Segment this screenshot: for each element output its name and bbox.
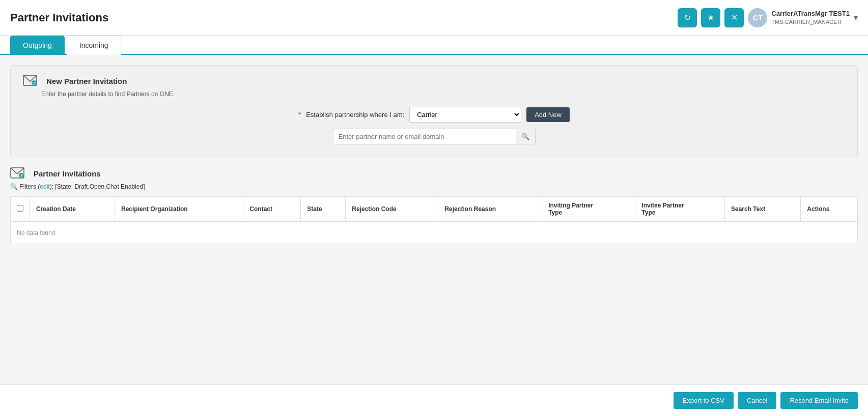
svg-text:↺: ↺ bbox=[32, 81, 36, 86]
select-all-checkbox[interactable] bbox=[17, 205, 23, 212]
card-title: New Partner Invitation bbox=[46, 77, 127, 85]
checkbox-header bbox=[11, 197, 30, 222]
envelope-icon: ↺ bbox=[23, 75, 37, 87]
col-search-text: Search Text bbox=[725, 197, 801, 222]
user-role: TMS.CARRIER_MANAGER bbox=[771, 18, 850, 25]
refresh-icon: ↻ bbox=[684, 13, 691, 22]
partner-search-input[interactable] bbox=[333, 129, 516, 144]
section-header: ↺ Partner Invitations bbox=[10, 167, 858, 180]
card-subtitle: Enter the partner details to find Partne… bbox=[41, 91, 845, 98]
star-icon: ★ bbox=[707, 13, 714, 22]
header: Partner Invitations ↻ ★ ✕ CT CarrierATra… bbox=[0, 0, 868, 36]
partner-invitations-section: ↺ Partner Invitations 🔍 Filters (edit): … bbox=[10, 167, 858, 244]
search-icon: 🔍 bbox=[521, 133, 530, 140]
table-header-row: Creation Date Recipient Organization Con… bbox=[11, 197, 857, 222]
user-info: CarrierATransMgr TEST1 TMS.CARRIER_MANAG… bbox=[771, 10, 850, 25]
avatar: CT bbox=[748, 8, 767, 27]
tab-incoming[interactable]: Incoming bbox=[67, 36, 121, 55]
partnership-type-select[interactable]: Carrier bbox=[409, 107, 521, 123]
main-content: ↺ New Partner Invitation Enter the partn… bbox=[0, 55, 868, 254]
invitations-table: Creation Date Recipient Organization Con… bbox=[11, 197, 857, 244]
section-title: Partner Invitations bbox=[34, 169, 101, 178]
filters-row: 🔍 Filters (edit): [State: Draft,Open,Cha… bbox=[10, 183, 858, 190]
col-rejection-code: Rejection Code bbox=[346, 197, 438, 222]
establish-label: Establish partnership where I am: bbox=[306, 111, 404, 118]
col-creation-date: Creation Date bbox=[30, 197, 115, 222]
tab-bar: Outgoing Incoming bbox=[0, 36, 868, 55]
chevron-down-icon[interactable]: ▾ bbox=[854, 13, 858, 22]
close-button[interactable]: ✕ bbox=[724, 8, 744, 27]
filters-edit-link[interactable]: edit bbox=[40, 183, 49, 190]
col-rejection-reason: Rejection Reason bbox=[438, 197, 542, 222]
new-partner-card: ↺ New Partner Invitation Enter the partn… bbox=[10, 65, 858, 157]
col-actions: Actions bbox=[801, 197, 857, 222]
no-data-cell: No data found bbox=[11, 222, 857, 244]
add-new-button[interactable]: Add New bbox=[526, 107, 570, 122]
invitations-table-container: Creation Date Recipient Organization Con… bbox=[10, 196, 858, 244]
search-button[interactable]: 🔍 bbox=[516, 129, 536, 144]
required-star: * bbox=[298, 111, 301, 118]
col-state: State bbox=[301, 197, 346, 222]
svg-text:↺: ↺ bbox=[19, 173, 23, 179]
card-header: ↺ New Partner Invitation bbox=[23, 75, 845, 87]
filters-suffix: ): [State: Draft,Open,Chat Enabled] bbox=[50, 183, 145, 190]
page-title: Partner Invitations bbox=[10, 11, 108, 24]
col-contact: Contact bbox=[243, 197, 301, 222]
header-actions: ↻ ★ ✕ CT CarrierATransMgr TEST1 TMS.CARR… bbox=[678, 8, 858, 27]
refresh-button[interactable]: ↻ bbox=[678, 8, 697, 27]
establish-row: * Establish partnership where I am: Carr… bbox=[23, 107, 845, 123]
col-inviting-partner-type: Inviting PartnerType bbox=[542, 197, 635, 222]
tab-outgoing[interactable]: Outgoing bbox=[10, 36, 65, 55]
no-data-row: No data found bbox=[11, 222, 857, 244]
section-envelope-icon: ↺ bbox=[10, 167, 24, 180]
star-button[interactable]: ★ bbox=[701, 8, 720, 27]
close-icon: ✕ bbox=[731, 13, 738, 22]
col-invitee-partner-type: Invitee PartnerType bbox=[635, 197, 725, 222]
col-recipient-org: Recipient Organization bbox=[115, 197, 243, 222]
user-name: CarrierATransMgr TEST1 bbox=[771, 10, 850, 18]
filters-prefix: 🔍 Filters ( bbox=[10, 183, 40, 190]
partner-search-row: 🔍 bbox=[23, 129, 845, 144]
